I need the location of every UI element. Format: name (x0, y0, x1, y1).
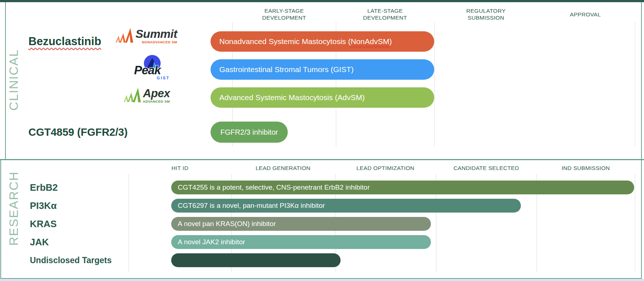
bar-text: Nonadvanced Systemic Mastocytosis ( (219, 37, 351, 45)
header-line: LATE-STAGE (334, 7, 436, 14)
pipeline-bar-nonadvsm: Nonadvanced Systemic Mastocytosis (NonAd… (211, 31, 434, 52)
column-header-regulatory-submission: REGULATORY SUBMISSION (435, 7, 537, 21)
pipeline-bar-pi3ka: CGT6297 is a novel, pan-mutant PI3Kα inh… (171, 199, 521, 213)
research-left-border (0, 160, 1, 279)
column-header-early-stage: EARLY-STAGE DEVELOPMENT (233, 7, 335, 21)
header-line: DEVELOPMENT (334, 14, 436, 21)
column-header-late-stage: LATE-STAGE DEVELOPMENT (334, 7, 436, 21)
target-label-jak: JAK (30, 236, 49, 248)
header-line: APPROVAL (534, 11, 636, 18)
drug-label-cgt4859: CGT4859 (FGFR2/3) (28, 126, 127, 138)
apex-brand: Apex (143, 87, 170, 99)
pipeline-bar-kras: A novel pan KRAS(ON) inhibitor (171, 217, 431, 231)
apex-trial-logo: Apex ADVANCED SM (123, 87, 170, 104)
clinical-section-label: CLINICAL (7, 47, 21, 113)
target-label-erbb2: ErbB2 (30, 182, 58, 193)
peak-brand: Peak (134, 63, 161, 77)
top-border (0, 0, 644, 2)
apex-logo-text: Apex ADVANCED SM (143, 87, 170, 103)
target-label-kras: KRAS (30, 218, 57, 230)
drug-name: Bezuclastinib (28, 35, 101, 48)
research-section-label: RESEARCH (7, 187, 21, 246)
gridline (635, 22, 635, 147)
pipeline-bar-undisclosed (171, 253, 341, 267)
peak-trial-logo: Peak GIST (134, 55, 172, 82)
header-line: DEVELOPMENT (233, 14, 335, 21)
clinical-left-border (5, 2, 6, 159)
column-header-lead-generation: LEAD GENERATION (232, 165, 334, 171)
header-line: EARLY-STAGE (233, 7, 335, 14)
gridline (635, 174, 635, 272)
summit-brand: Summit (136, 28, 177, 40)
peak-brand-tag: GIST (157, 76, 170, 80)
drug-label-bezuclastinib: Bezuclastinib (28, 35, 101, 48)
bar-text-misspelled: NonAdvSM (351, 37, 389, 45)
pipeline-chart: CLINICAL RESEARCH EARLY-STAGE DEVELOPMEN… (0, 0, 644, 281)
column-header-candidate-selected: CANDIDATE SELECTED (435, 165, 537, 171)
target-label-undisclosed: Undisclosed Targets (30, 255, 112, 265)
apex-arrows-icon (123, 87, 142, 104)
section-divider (0, 159, 644, 160)
column-header-lead-optimization: LEAD OPTIMIZATION (334, 165, 436, 171)
summit-trial-logo: Summit NONADVANCED SM (115, 28, 177, 45)
summit-brand-tag: NONADVANCED SM (142, 40, 177, 44)
summit-logo-text: Summit NONADVANCED SM (136, 28, 177, 44)
header-line: SUBMISSION (435, 14, 537, 21)
pipeline-bar-advsm: Advanced Systemic Mastocytosis (AdvSM) (211, 87, 434, 108)
bar-text: ) (389, 37, 392, 45)
column-header-ind-submission: IND SUBMISSION (535, 165, 637, 171)
apex-brand-tag: ADVANCED SM (143, 99, 170, 103)
header-line: REGULATORY (435, 7, 537, 14)
pipeline-bar-gist: Gastrointestinal Stromal Tumors (GIST) (211, 59, 434, 80)
pipeline-bar-jak: A novel JAK2 inhibitor (171, 235, 431, 249)
right-border (641, 2, 642, 279)
pipeline-bar-erbb2: CGT4255 is a potent, selective, CNS-pene… (171, 181, 634, 194)
pipeline-bar-fgfr: FGFR2/3 inhibitor (211, 122, 288, 143)
target-label-pi3ka: PI3Kα (30, 200, 57, 211)
column-header-hit-id: HIT ID (129, 165, 231, 171)
column-header-approval: APPROVAL (534, 7, 636, 18)
bottom-strip (0, 279, 644, 281)
gridline (434, 22, 435, 147)
gridline (129, 174, 129, 272)
summit-arrows-icon (115, 28, 135, 45)
